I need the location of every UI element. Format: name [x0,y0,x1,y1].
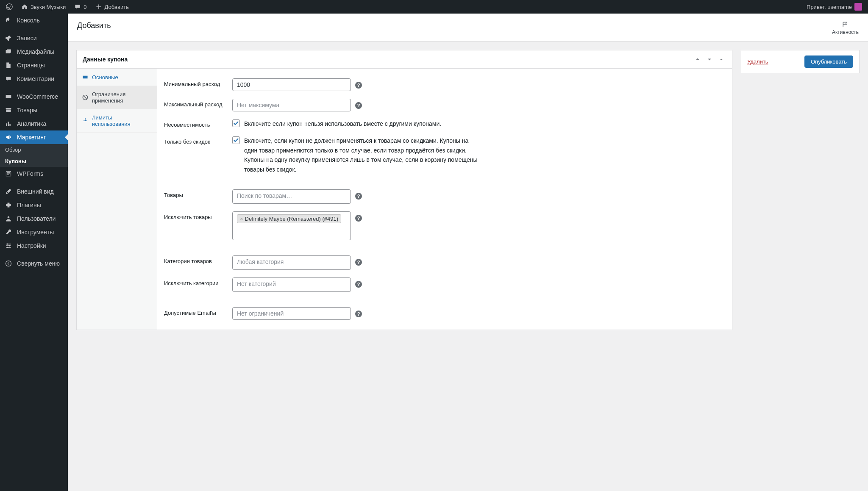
avatar [854,3,862,11]
wordpress-icon [6,3,13,10]
site-name: Звуки Музыки [31,4,66,10]
greeting-text: Привет, username [807,4,852,10]
comments-count: 0 [83,4,86,10]
add-label: Добавить [105,4,129,10]
site-home-link[interactable]: Звуки Музыки [19,0,68,14]
home-icon [21,3,28,10]
user-greeting[interactable]: Привет, username [804,0,865,14]
comments-link[interactable]: 0 [72,0,89,14]
comment-icon [74,3,81,10]
add-new-link[interactable]: Добавить [93,0,131,14]
wp-logo[interactable] [3,0,15,14]
plus-icon [95,3,102,10]
admin-topbar: Звуки Музыки 0 Добавить Привет, username [0,0,868,14]
